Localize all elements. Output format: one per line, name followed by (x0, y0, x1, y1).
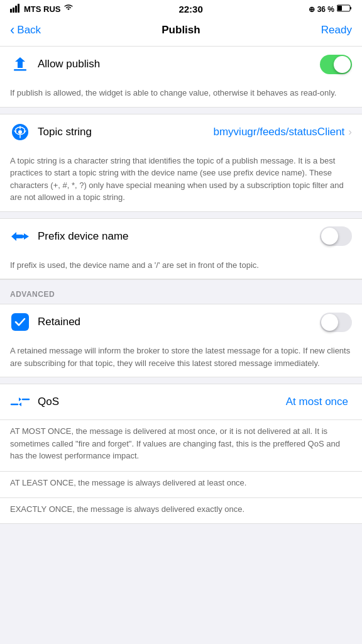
topic-icon (11, 123, 30, 142)
qos-desc-at-most: AT MOST ONCE, the message is delivered a… (0, 420, 362, 472)
topic-string-description: A topic string is a character string tha… (0, 150, 362, 211)
battery-icon (337, 4, 352, 14)
advanced-header-label: ADVANCED (0, 280, 362, 304)
status-right: ⊕ 36 % (309, 4, 352, 14)
qos-value: At most once (286, 396, 348, 408)
allow-publish-toggle-thumb (334, 56, 351, 73)
retained-icon-wrapper (10, 312, 30, 332)
retained-row: Retained (0, 304, 362, 340)
retained-toggle-thumb (321, 314, 338, 331)
separator-1 (0, 108, 362, 114)
battery-label: 36 % (317, 5, 334, 14)
retained-toggle[interactable] (320, 313, 352, 332)
allow-publish-row: Allow publish (0, 47, 362, 82)
page-title: Publish (162, 24, 200, 36)
allow-publish-toggle[interactable] (320, 55, 352, 74)
svg-rect-3 (18, 4, 19, 13)
separator-3 (0, 377, 362, 384)
advanced-header-section: ADVANCED (0, 279, 362, 304)
status-left: MTS RUS (10, 4, 74, 14)
back-label: Back (17, 24, 41, 36)
prefix-icon (10, 230, 30, 243)
prefix-section: Prefix device name If prefix is used, th… (0, 218, 362, 280)
signal-icon (10, 4, 21, 14)
allow-publish-label: Allow publish (38, 58, 320, 70)
back-button[interactable]: ‹ Back (10, 22, 41, 38)
retained-label: Retained (38, 316, 320, 328)
svg-rect-7 (14, 69, 26, 71)
prefix-description: If prefix is used, the device name and a… (0, 254, 362, 279)
topic-string-label: Topic string (38, 126, 214, 138)
retained-icon (11, 313, 29, 331)
retained-section: Retained A retained message will inform … (0, 304, 362, 377)
qos-desc-exactly: EXACTLY ONCE, the message is always deli… (0, 498, 362, 523)
svg-rect-2 (15, 6, 17, 13)
nav-bar: ‹ Back Publish Ready (0, 17, 362, 47)
retained-description: A retained message will inform the broke… (0, 340, 362, 377)
status-time: 22:30 (178, 4, 202, 14)
svg-rect-0 (10, 9, 12, 13)
separator-2 (0, 212, 362, 218)
allow-publish-icon-wrapper (10, 54, 30, 74)
allow-publish-section: Allow publish If publish is allowed, the… (0, 47, 362, 108)
qos-icon (10, 395, 30, 409)
ready-button[interactable]: Ready (321, 24, 352, 36)
svg-rect-1 (13, 8, 14, 13)
carrier-label: MTS RUS (24, 4, 61, 14)
prefix-toggle-thumb (321, 228, 338, 245)
status-bar: MTS RUS 22:30 ⊕ 36 % (0, 0, 362, 17)
prefix-toggle[interactable] (320, 226, 352, 246)
svg-rect-6 (337, 6, 342, 11)
topic-icon-wrapper (10, 122, 30, 142)
topic-string-value: bmyviugr/feeds/statusClient (214, 126, 345, 138)
svg-rect-5 (350, 7, 351, 9)
topic-chevron-icon: › (348, 126, 352, 138)
wifi-icon (63, 4, 74, 14)
qos-label: QoS (38, 396, 286, 408)
allow-publish-description: If publish is allowed, the widget is abl… (0, 82, 362, 107)
location-icon: ⊕ (309, 5, 315, 14)
qos-row[interactable]: QoS At most once (0, 384, 362, 420)
publish-icon (11, 55, 29, 73)
qos-icon-wrapper (10, 392, 30, 412)
prefix-icon-wrapper (10, 226, 30, 247)
svg-point-9 (18, 130, 22, 134)
back-chevron-icon: ‹ (10, 22, 14, 38)
topic-string-section: Topic string bmyviugr/feeds/statusClient… (0, 114, 362, 212)
qos-section: QoS At most once AT MOST ONCE, the messa… (0, 384, 362, 524)
prefix-label: Prefix device name (38, 230, 320, 243)
topic-string-row[interactable]: Topic string bmyviugr/feeds/statusClient… (0, 114, 362, 150)
qos-desc-at-least: AT LEAST ONCE, the message is always del… (0, 472, 362, 499)
prefix-row: Prefix device name (0, 219, 362, 254)
